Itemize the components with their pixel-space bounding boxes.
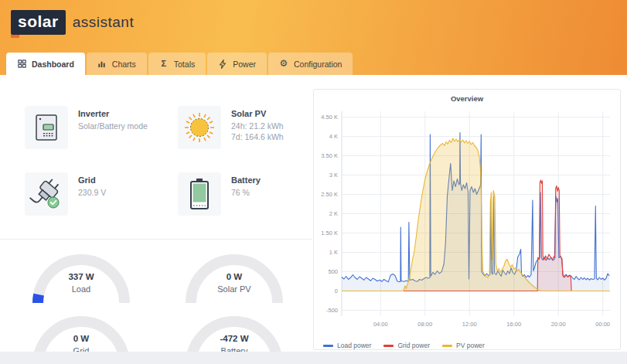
- svg-text:1 K: 1 K: [329, 249, 338, 256]
- tab-label: Dashboard: [32, 60, 74, 69]
- battery-card: Battery 76 %: [178, 172, 331, 216]
- inverter-card: Inverter Solar/Battery mode: [25, 106, 178, 149]
- overview-chart: -50005001 K1.50 K2 K2.50 K3 K3.50 K4 K4.…: [314, 106, 617, 336]
- grid-card: Grid 230.9 V: [25, 172, 178, 216]
- legend-swatch: [383, 345, 394, 347]
- tab-label: Totals: [174, 60, 195, 69]
- card-title: Solar PV: [231, 109, 312, 118]
- card-value: 230.9 V: [78, 187, 158, 198]
- sun-icon: [178, 106, 221, 149]
- legend-item[interactable]: Grid power: [383, 342, 430, 349]
- tab-label: Charts: [112, 60, 136, 69]
- plug-icon: [25, 172, 68, 216]
- svg-text:500: 500: [328, 268, 338, 275]
- legend-item[interactable]: Load power: [323, 342, 371, 349]
- svg-text:4.50 K: 4.50 K: [321, 114, 338, 121]
- logo-accent-mark: [11, 35, 19, 38]
- gauge-label: Solar PV: [217, 284, 251, 294]
- svg-text:12:00: 12:00: [462, 321, 477, 328]
- svg-text:3.50 K: 3.50 K: [321, 152, 338, 159]
- card-value-7d: 7d: 164.6 kWh: [231, 131, 312, 142]
- tab-label: Configuration: [294, 60, 342, 69]
- gauge-value: 0 W: [73, 334, 90, 343]
- gear-icon: ⚙: [279, 60, 288, 69]
- load-gauge: 337 W Load: [5, 247, 158, 308]
- tab-charts[interactable]: Charts: [87, 53, 147, 75]
- inverter-icon: [25, 106, 68, 149]
- gauge-value: 0 W: [227, 272, 243, 281]
- gauge-value: -472 W: [220, 334, 248, 343]
- battery-icon: [178, 172, 221, 216]
- logo: solar assistant: [11, 10, 134, 35]
- svg-text:08:00: 08:00: [417, 321, 432, 328]
- logo-solar-badge: solar: [11, 10, 66, 35]
- svg-text:00:00: 00:00: [595, 321, 610, 328]
- svg-text:3 K: 3 K: [329, 172, 338, 179]
- svg-text:20:00: 20:00: [551, 321, 566, 328]
- power-gauges: 337 W Load 0 W Solar PV 0 W Grid: [0, 240, 312, 364]
- legend-item[interactable]: PV power: [442, 342, 485, 349]
- card-title: Grid: [78, 175, 158, 185]
- card-value: Solar/Battery mode: [78, 121, 158, 131]
- gauge-label: Load: [72, 284, 90, 294]
- footer-strip: [0, 352, 627, 364]
- legend-label: PV power: [456, 342, 485, 349]
- legend-label: Grid power: [397, 342, 430, 349]
- tab-label: Power: [233, 60, 256, 69]
- dashboard-icon: [17, 60, 26, 69]
- tab-configuration[interactable]: ⚙ Configuration: [268, 53, 353, 75]
- svg-text:0: 0: [335, 287, 338, 294]
- gauge-value: 337 W: [68, 272, 94, 281]
- app-header: solar assistant Dashboard Charts Σ Total…: [0, 0, 627, 75]
- status-panel: Inverter Solar/Battery mode: [0, 75, 312, 352]
- logo-secondary-text: assistant: [73, 14, 134, 31]
- svg-text:16:00: 16:00: [506, 321, 521, 328]
- card-title: Inverter: [78, 109, 158, 118]
- legend-swatch: [442, 345, 452, 347]
- svg-text:04:00: 04:00: [373, 321, 388, 328]
- dashboard-content: Inverter Solar/Battery mode: [0, 75, 627, 352]
- charts-icon: [97, 60, 107, 69]
- svg-text:2.50 K: 2.50 K: [321, 191, 338, 198]
- svg-text:-500: -500: [326, 307, 338, 314]
- svg-text:1.50 K: 1.50 K: [321, 230, 338, 236]
- solar-pv-card: Solar PV 24h: 21.2 kWh 7d: 164.6 kWh: [178, 106, 331, 149]
- card-value: 76 %: [231, 187, 312, 198]
- legend-swatch: [323, 345, 333, 347]
- svg-text:4 K: 4 K: [329, 133, 338, 140]
- overview-chart-panel: Overview -50005001 K1.50 K2 K2.50 K3 K3.…: [313, 89, 621, 350]
- card-title: Battery: [231, 175, 312, 185]
- chart-legend: Load powerGrid powerPV power: [314, 339, 620, 352]
- solar-pv-gauge: 0 W Solar PV: [158, 247, 311, 308]
- sigma-icon: Σ: [159, 60, 169, 69]
- tab-dashboard[interactable]: Dashboard: [6, 53, 85, 75]
- svg-text:2 K: 2 K: [329, 210, 338, 217]
- tab-power[interactable]: Power: [207, 53, 267, 75]
- tab-bar: Dashboard Charts Σ Totals Power ⚙ Conf: [6, 53, 353, 75]
- logo-primary-text: solar: [18, 12, 59, 30]
- solarassistant-app: solar assistant Dashboard Charts Σ Total…: [0, 0, 627, 364]
- lightning-icon: [218, 60, 227, 69]
- tab-totals[interactable]: Σ Totals: [148, 53, 206, 75]
- status-cards: Inverter Solar/Battery mode: [0, 75, 312, 216]
- chart-title: Overview: [314, 94, 620, 106]
- card-value-24h: 24h: 21.2 kWh: [231, 121, 312, 131]
- legend-label: Load power: [337, 342, 371, 349]
